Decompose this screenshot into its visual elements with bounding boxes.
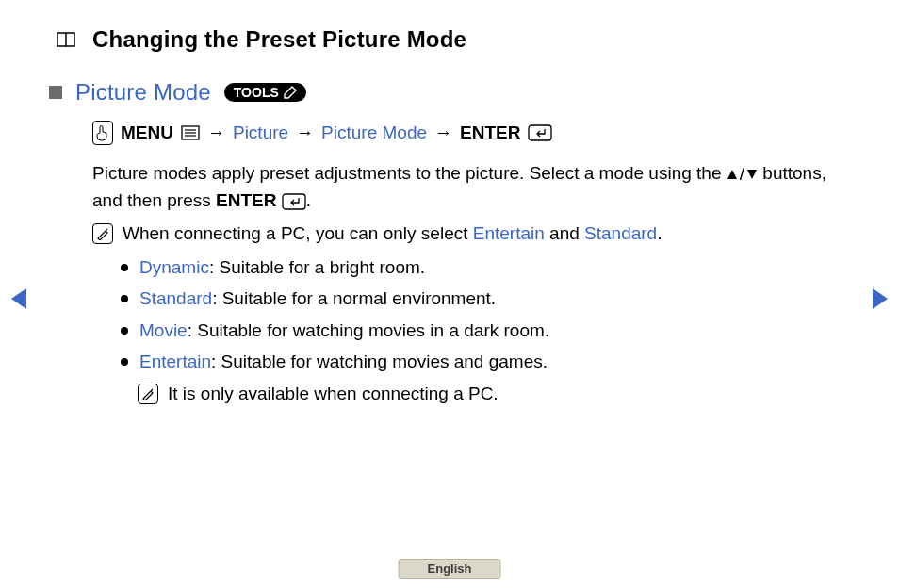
svg-rect-5	[529, 125, 551, 140]
bullet-icon	[121, 358, 128, 366]
svg-marker-9	[11, 288, 26, 309]
nav-menu-label: MENU	[121, 122, 173, 143]
svg-rect-8	[283, 194, 305, 209]
nav-step-picture-mode: Picture Mode	[321, 122, 427, 143]
bullet-icon	[121, 264, 128, 271]
up-down-icon: /	[727, 161, 758, 188]
nav-arrow: →	[434, 122, 452, 143]
list-item: Dynamic: Suitable for a bright room.	[121, 254, 854, 281]
hand-icon	[92, 121, 113, 145]
svg-marker-10	[873, 288, 888, 309]
note-icon	[138, 384, 158, 404]
list-item: Movie: Suitable for watching movies in a…	[121, 318, 854, 344]
enter-icon	[528, 124, 552, 141]
menu-icon	[181, 125, 200, 140]
svg-marker-6	[727, 170, 737, 179]
note-entertain-pc-text: It is only available when connecting a P…	[168, 381, 499, 407]
mode-list: Dynamic: Suitable for a bright room. Sta…	[121, 254, 854, 375]
page-title: Changing the Preset Picture Mode	[92, 26, 466, 53]
intro-enter: ENTER	[216, 190, 276, 210]
list-item: Standard: Suitable for a normal environm…	[121, 286, 854, 312]
tools-icon	[284, 86, 297, 99]
nav-enter-label: ENTER	[460, 122, 520, 143]
tools-label: TOOLS	[234, 85, 279, 100]
mode-desc: : Suitable for watching movies and games…	[211, 351, 548, 371]
note-entertain-pc: It is only available when connecting a P…	[138, 381, 854, 407]
nav-path: MENU → Picture → Picture Mode → ENTER	[92, 121, 854, 145]
mode-name: Entertain	[139, 351, 211, 371]
enter-icon	[282, 193, 306, 210]
next-page-arrow[interactable]	[871, 286, 890, 315]
mode-name: Standard	[139, 288, 212, 308]
language-label: English	[428, 562, 472, 576]
tools-badge: TOOLS	[224, 83, 306, 102]
mode-name: Dynamic	[139, 257, 209, 277]
mode-desc: : Suitable for a bright room.	[209, 257, 425, 277]
svg-marker-7	[747, 170, 757, 179]
book-icon	[57, 30, 75, 49]
list-item: Entertain: Suitable for watching movies …	[121, 349, 854, 375]
mode-desc: : Suitable for watching movies in a dark…	[188, 320, 549, 340]
note-standard: Standard	[584, 223, 657, 243]
nav-arrow: →	[207, 122, 225, 143]
section-row: Picture Mode TOOLS	[49, 79, 854, 106]
note-icon	[92, 223, 113, 244]
square-bullet-icon	[49, 86, 62, 99]
intro-line2-suffix: .	[306, 190, 311, 210]
mode-desc: : Suitable for a normal environment.	[212, 288, 496, 308]
title-row: Changing the Preset Picture Mode	[57, 26, 854, 53]
nav-step-picture: Picture	[233, 122, 288, 143]
bullet-icon	[121, 295, 128, 302]
nav-arrow: →	[296, 122, 314, 143]
prev-page-arrow[interactable]	[9, 286, 28, 315]
language-footer[interactable]: English	[399, 559, 501, 579]
manual-page: Changing the Preset Picture Mode Picture…	[0, 0, 899, 588]
intro-line1: Picture modes apply preset adjustments t…	[92, 163, 727, 183]
note-entertain: Entertain	[473, 223, 545, 243]
intro-paragraph: Picture modes apply preset adjustments t…	[92, 160, 854, 213]
bullet-icon	[121, 327, 128, 335]
section-title: Picture Mode	[75, 79, 211, 106]
note-pc-text: When connecting a PC, you can only selec…	[123, 220, 662, 247]
mode-name: Movie	[139, 320, 188, 340]
note-pc: When connecting a PC, you can only selec…	[92, 220, 854, 247]
